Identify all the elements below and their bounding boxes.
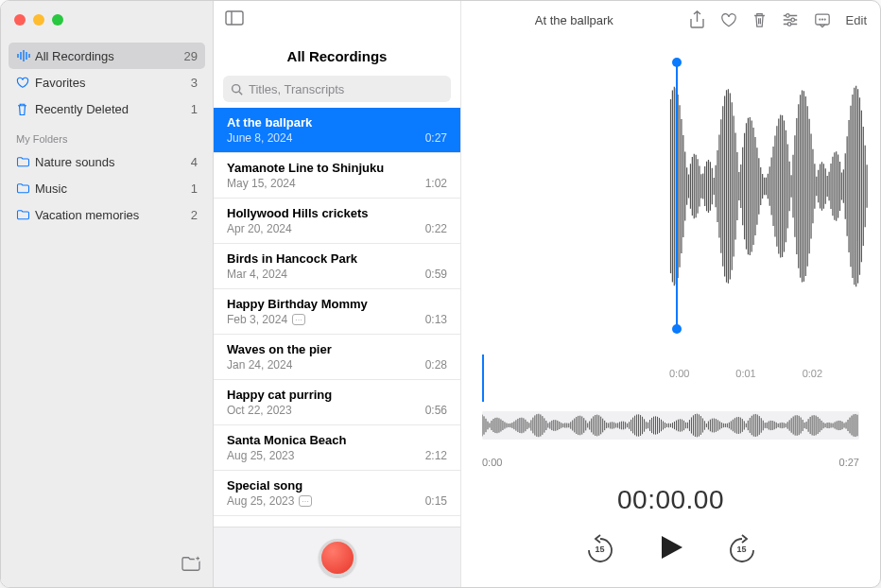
waveform-overview[interactable]: 0:00 0:01 0:02 [461, 39, 880, 389]
sidebar-item-recently-deleted[interactable]: Recently Deleted1 [9, 95, 205, 122]
sidebar-item-count: 1 [191, 102, 198, 116]
recording-date: Feb 3, 2024 [227, 313, 287, 326]
overview-time-ticks: 0:00 0:01 0:02 [669, 368, 869, 379]
svg-point-13 [790, 18, 794, 22]
recording-duration: 0:59 [425, 268, 447, 281]
svg-point-19 [824, 19, 825, 20]
sidebar-item-count: 4 [191, 155, 198, 169]
recording-duration: 1:02 [425, 177, 447, 190]
trim-start-line[interactable] [676, 61, 678, 326]
playback-settings-button[interactable] [782, 12, 799, 27]
svg-point-11 [786, 14, 789, 18]
transcript-button[interactable] [814, 12, 831, 28]
recording-row[interactable]: Hollywood Hills cricketsApr 20, 20240:22 [214, 199, 460, 244]
recording-title[interactable]: At the ballpark [475, 13, 674, 27]
sidebar-item-label: Favorites [35, 76, 191, 90]
transcript-badge-icon: ⋯ [292, 314, 305, 325]
recording-row[interactable]: Santa Monica BeachAug 25, 20232:12 [214, 425, 460, 471]
scrub-time-start: 0:00 [482, 457, 502, 468]
recording-duration: 0:56 [425, 404, 447, 417]
folder-icon [16, 156, 35, 167]
transcript-badge-icon: ⋯ [299, 495, 312, 507]
recording-row[interactable]: Happy cat purringOct 22, 20230:56 [214, 380, 460, 425]
folder-icon [16, 209, 35, 220]
window-controls [1, 1, 213, 43]
recording-date: Aug 25, 2023 [227, 449, 294, 462]
svg-rect-6 [226, 11, 243, 25]
skip-back-button[interactable]: 15 [584, 533, 616, 565]
time-counter: 00:00.00 [461, 485, 880, 515]
svg-point-17 [819, 19, 820, 20]
sidebar-item-label: Nature sounds [35, 155, 191, 169]
toggle-sidebar-button[interactable] [225, 10, 244, 29]
svg-line-9 [239, 91, 242, 94]
sidebar-item-count: 29 [184, 49, 198, 63]
recording-title: Hollywood Hills crickets [227, 206, 447, 220]
recordings-list[interactable]: At the ballparkJune 8, 20240:27Yamanote … [214, 108, 460, 527]
minimize-window-button[interactable] [33, 14, 44, 26]
recording-date: Apr 20, 2024 [227, 222, 292, 235]
trim-start-handle-bottom[interactable] [672, 324, 682, 334]
skip-forward-button[interactable]: 15 [726, 533, 758, 565]
trim-start-handle[interactable] [672, 58, 682, 67]
recording-row[interactable]: Yamanote Line to ShinjukuMay 15, 20241:0… [214, 153, 460, 199]
recording-title: At the ballpark [227, 115, 447, 130]
recording-duration: 0:15 [425, 494, 447, 508]
search-icon [231, 83, 243, 95]
sidebar-item-count: 2 [191, 208, 198, 222]
sidebar-folders-header: My Folders [9, 122, 205, 148]
fullscreen-window-button[interactable] [52, 14, 63, 26]
svg-point-8 [233, 84, 240, 92]
recording-title: Yamanote Line to Shinjuku [227, 161, 447, 175]
recording-duration: 0:13 [425, 313, 447, 326]
recording-row[interactable]: At the ballparkJune 8, 20240:27 [214, 108, 460, 153]
recording-date: Aug 25, 2023 [227, 494, 294, 508]
recording-title: Waves on the pier [227, 342, 447, 356]
recording-duration: 2:12 [425, 449, 447, 462]
recording-title: Santa Monica Beach [227, 433, 447, 447]
recording-date: Mar 4, 2024 [227, 268, 287, 281]
new-folder-button[interactable] [181, 555, 201, 576]
svg-point-15 [787, 23, 791, 26]
scrub-area[interactable]: 0:00 0:27 [461, 389, 880, 468]
recording-duration: 0:28 [425, 358, 447, 372]
recording-duration: 0:22 [425, 222, 447, 235]
voice-memos-window: All Recordings29Favorites3Recently Delet… [0, 0, 881, 588]
recording-date: Jan 24, 2024 [227, 358, 292, 372]
waveform-icon [16, 50, 35, 61]
heart-icon [16, 77, 35, 89]
recording-row[interactable]: Happy Birthday MommyFeb 3, 2024⋯0:13 [214, 289, 460, 335]
recording-row[interactable]: Birds in Hancock ParkMar 4, 20240:59 [214, 244, 460, 289]
recording-date: June 8, 2024 [227, 131, 292, 145]
share-button[interactable] [689, 10, 705, 29]
sidebar-folder-nature-sounds[interactable]: Nature sounds4 [9, 148, 205, 175]
sidebar-item-count: 1 [191, 182, 198, 196]
close-window-button[interactable] [14, 14, 26, 26]
sidebar-item-all-recordings[interactable]: All Recordings29 [9, 43, 205, 69]
trash-icon [16, 102, 35, 116]
sidebar-item-label: Recently Deleted [35, 102, 191, 116]
recording-row[interactable]: Waves on the pierJan 24, 20240:28 [214, 335, 460, 380]
search-field[interactable] [223, 76, 451, 102]
recordings-column-title: All Recordings [214, 39, 460, 76]
sidebar-folder-vacation-memories[interactable]: Vacation memories2 [9, 201, 205, 228]
sidebar-list: All Recordings29Favorites3Recently Delet… [1, 43, 213, 544]
sidebar-folder-music[interactable]: Music1 [9, 175, 205, 201]
recording-date: Oct 22, 2023 [227, 404, 292, 417]
recording-title: Special song [227, 478, 447, 493]
sidebar-item-favorites[interactable]: Favorites3 [9, 69, 205, 95]
detail-pane: At the ballpark Edit 0:00 [461, 1, 880, 587]
recording-row[interactable]: Special songAug 25, 2023⋯0:15 [214, 471, 460, 516]
record-button[interactable] [319, 539, 356, 577]
edit-button[interactable]: Edit [846, 13, 867, 27]
recording-title: Happy Birthday Mommy [227, 297, 447, 311]
recording-title: Birds in Hancock Park [227, 251, 447, 266]
recording-date: May 15, 2024 [227, 177, 296, 190]
favorite-button[interactable] [720, 12, 737, 28]
folder-icon [16, 182, 35, 194]
recording-duration: 0:27 [425, 131, 447, 145]
search-input[interactable] [249, 82, 443, 96]
play-button[interactable] [656, 532, 686, 566]
recording-row[interactable]: Parrots in Buenos Aires [214, 516, 460, 527]
delete-button[interactable] [752, 11, 767, 28]
